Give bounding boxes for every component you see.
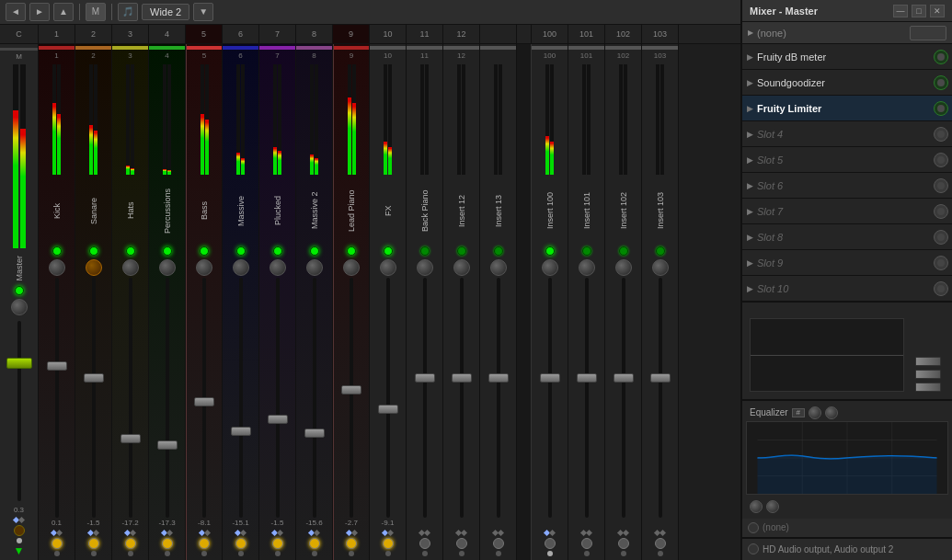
kick-route[interactable]: [48, 529, 66, 536]
i103-route[interactable]: [651, 529, 670, 536]
i102-bulb[interactable]: [618, 538, 629, 549]
bass-route[interactable]: [195, 529, 213, 536]
fx-slot-8[interactable]: ▶ Slot 8: [742, 224, 952, 250]
fx-9-power[interactable]: [934, 256, 948, 270]
channel-insert13[interactable]: Insert 13: [480, 44, 517, 560]
fx-6-power[interactable]: [934, 178, 948, 193]
hats-bulb[interactable]: [125, 538, 136, 549]
i102-route[interactable]: [614, 529, 633, 536]
fx-slot-3[interactable]: ▶ Fruity Limiter: [742, 96, 952, 121]
i100-bulb[interactable]: [545, 538, 556, 549]
preset-icon[interactable]: 🎵: [118, 3, 138, 21]
i103-fader-handle[interactable]: [650, 373, 671, 383]
fx-9-expand[interactable]: ▶: [746, 259, 753, 267]
fx-7-expand[interactable]: ▶: [746, 208, 753, 215]
fx-dropdown-knob[interactable]: [910, 26, 946, 40]
channel-fx[interactable]: 10 FX -9.1: [370, 44, 407, 560]
fx-6-expand[interactable]: ▶: [746, 182, 753, 189]
plucked-fader-handle[interactable]: [268, 415, 288, 424]
fx-route[interactable]: [379, 529, 397, 536]
r-fader-2[interactable]: [915, 370, 941, 379]
fx-7-power[interactable]: [934, 204, 948, 219]
i13-bulb[interactable]: [493, 538, 504, 549]
fx-1-expand[interactable]: ▶: [746, 53, 753, 61]
fx-2-expand[interactable]: ▶: [746, 79, 753, 86]
bottom-none-slot[interactable]: (none): [742, 519, 952, 538]
fx-dropdown[interactable]: ▶ (none): [742, 22, 952, 44]
kick-fader-handle[interactable]: [47, 361, 67, 371]
sanare-led[interactable]: [89, 246, 98, 256]
channel-insert100[interactable]: 100 Insert 100: [532, 44, 568, 560]
massive-bulb[interactable]: [235, 538, 247, 549]
fx-bulb[interactable]: [383, 538, 394, 549]
backpiano-route[interactable]: [416, 529, 434, 536]
back-btn[interactable]: ◄: [6, 3, 26, 21]
channel-insert101[interactable]: 101 Insert 101: [568, 44, 605, 560]
fx-4-power[interactable]: [934, 127, 948, 142]
fx-4-expand[interactable]: ▶: [746, 131, 753, 138]
master-fader-handle[interactable]: [6, 358, 32, 369]
massive-route[interactable]: [232, 529, 250, 536]
channel-leadpiano[interactable]: 9 Lead Piano -2.7: [333, 44, 370, 560]
fx-led[interactable]: [384, 246, 393, 256]
eq-knob-1[interactable]: [809, 406, 821, 419]
massive2-led[interactable]: [310, 246, 319, 256]
backpiano-knob[interactable]: [417, 259, 433, 276]
eq-knob-2[interactable]: [825, 406, 838, 419]
massive2-bulb[interactable]: [309, 538, 320, 549]
i103-led[interactable]: [656, 246, 665, 256]
mode-btn[interactable]: M: [86, 3, 106, 21]
hats-knob[interactable]: [122, 259, 139, 276]
i101-bulb[interactable]: [581, 538, 592, 549]
channel-plucked[interactable]: 7 Plucked -1.5: [259, 44, 296, 560]
i101-led[interactable]: [582, 246, 591, 256]
fx-10-power[interactable]: [934, 281, 948, 296]
fx-slot-7[interactable]: ▶ Slot 7: [742, 199, 952, 224]
fx-10-expand[interactable]: ▶: [746, 285, 753, 292]
channel-hats[interactable]: 3 Hats -17.2: [112, 44, 149, 560]
i102-fader-handle[interactable]: [614, 373, 634, 383]
fx-2-power[interactable]: [934, 75, 948, 90]
plucked-route[interactable]: [269, 529, 287, 536]
kick-bulb[interactable]: [52, 538, 63, 549]
fx-8-expand[interactable]: ▶: [746, 234, 753, 241]
massive2-fader-handle[interactable]: [304, 429, 325, 438]
kick-led[interactable]: [52, 246, 62, 256]
i101-route[interactable]: [578, 529, 596, 536]
channels-scroll[interactable]: 1 Kick 0.1: [39, 44, 740, 560]
panel-maximize-btn[interactable]: □: [912, 5, 926, 17]
preset-label[interactable]: Wide 2: [142, 4, 189, 20]
fx-slot-2[interactable]: ▶ Soundgoodizer: [742, 70, 952, 96]
plucked-bulb[interactable]: [272, 538, 283, 549]
eq-enable-btn[interactable]: #: [792, 408, 805, 417]
sanare-fader-handle[interactable]: [84, 373, 104, 383]
fx-slot-10[interactable]: ▶ Slot 10: [742, 276, 952, 302]
master-knob[interactable]: [11, 299, 28, 315]
master-bulb[interactable]: [14, 525, 25, 536]
fx-slot-4[interactable]: ▶ Slot 4: [742, 121, 952, 147]
i12-bulb[interactable]: [456, 538, 467, 549]
channel-percussions[interactable]: 4 Percussions -17.3: [149, 44, 186, 560]
plucked-led[interactable]: [273, 246, 282, 256]
i12-fader-handle[interactable]: [452, 373, 472, 383]
up-btn[interactable]: ▲: [53, 3, 74, 21]
r-fader-1[interactable]: [915, 357, 941, 366]
fx-slot-9[interactable]: ▶ Slot 9: [742, 250, 952, 276]
plucked-knob[interactable]: [270, 259, 286, 276]
fx-knob[interactable]: [380, 259, 396, 276]
sanare-route[interactable]: [85, 529, 103, 536]
sanare-knob[interactable]: [86, 259, 102, 276]
channel-insert102[interactable]: 102 Insert 102: [605, 44, 642, 560]
dropdown-btn[interactable]: ▼: [193, 3, 213, 21]
i100-fader-handle[interactable]: [540, 373, 560, 383]
lead-knob[interactable]: [343, 259, 360, 276]
channel-sanare[interactable]: 2 Sanare -1.5: [75, 44, 112, 560]
master-route-btn[interactable]: [10, 516, 29, 523]
backpiano-bulb[interactable]: [419, 538, 430, 549]
channel-bass[interactable]: 5 Bass -8.1: [186, 44, 223, 560]
backpiano-led[interactable]: [420, 246, 430, 256]
fx-1-power[interactable]: [934, 50, 948, 64]
channel-kick[interactable]: 1 Kick 0.1: [39, 44, 75, 560]
forward-btn[interactable]: ►: [29, 3, 50, 21]
i103-knob[interactable]: [652, 259, 669, 276]
